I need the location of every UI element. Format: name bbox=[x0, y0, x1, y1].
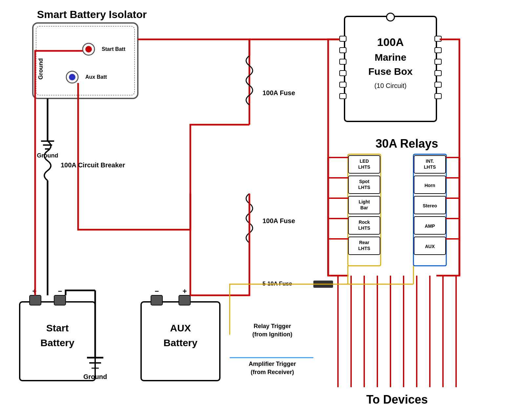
fuse-box-title-marine: Marine bbox=[375, 52, 407, 63]
relay-stereo: Stereo bbox=[423, 203, 437, 208]
svg-rect-18 bbox=[340, 71, 346, 76]
svg-rect-41 bbox=[54, 295, 66, 305]
start-battery-label1: Start bbox=[46, 323, 69, 333]
svg-rect-17 bbox=[340, 59, 346, 64]
relay-rock-lhts: Rock bbox=[359, 220, 370, 225]
start-batt-label: Start Batt bbox=[102, 46, 126, 52]
amp-trigger-label1: Amplifier Trigger bbox=[249, 361, 296, 367]
relay-light-bar: Light bbox=[359, 199, 370, 204]
svg-rect-40 bbox=[30, 295, 41, 305]
aux-batt-label: Aux Batt bbox=[85, 74, 107, 80]
ground-label-center: Ground bbox=[83, 373, 107, 380]
relay-rear-lhts2: LHTS bbox=[358, 246, 370, 251]
isolator-ground-label: Ground bbox=[37, 58, 44, 80]
page-title: Smart Battery Isolator bbox=[37, 9, 147, 20]
relay-amp: AMP bbox=[425, 223, 435, 229]
relay-spot-lhts: Spot bbox=[359, 179, 369, 184]
start-battery-label2: Battery bbox=[40, 337, 74, 348]
relay-horn: Horn bbox=[425, 183, 435, 188]
aux-battery-label2: Battery bbox=[163, 337, 198, 348]
svg-rect-15 bbox=[340, 36, 346, 41]
relay-trigger-label1: Relay Trigger bbox=[254, 323, 291, 329]
relay-led-lhts: LED bbox=[360, 158, 369, 164]
svg-rect-2 bbox=[36, 26, 135, 95]
svg-rect-20 bbox=[340, 94, 346, 99]
aux-battery-plus: + bbox=[183, 287, 187, 295]
aux-battery-label1: AUX bbox=[170, 323, 191, 333]
svg-rect-48 bbox=[179, 295, 190, 305]
relays-title: 30A Relays bbox=[376, 137, 438, 150]
svg-rect-24 bbox=[435, 71, 441, 76]
svg-point-14 bbox=[387, 13, 394, 21]
svg-rect-19 bbox=[340, 82, 346, 87]
svg-rect-26 bbox=[435, 94, 441, 99]
svg-rect-47 bbox=[151, 295, 162, 305]
relay-aux: AUX bbox=[425, 244, 435, 249]
relay-light-bar2: Bar bbox=[360, 205, 368, 210]
svg-rect-23 bbox=[435, 59, 441, 64]
amp-trigger-label2: (from Receiver) bbox=[251, 369, 294, 375]
fuse-box-title-fusebox: Fuse Box bbox=[368, 66, 412, 77]
svg-rect-16 bbox=[340, 48, 346, 53]
relay-int-lhts: INT. bbox=[426, 158, 434, 164]
svg-rect-22 bbox=[435, 48, 441, 53]
relay-spot-lhts2: LHTS bbox=[358, 185, 370, 190]
to-devices-label: To Devices bbox=[366, 393, 428, 406]
fuse-box-subtitle: (10 Circuit) bbox=[374, 82, 407, 89]
aux-battery-minus: − bbox=[155, 287, 159, 295]
svg-rect-25 bbox=[435, 82, 441, 87]
ground-symbol-label: Ground bbox=[37, 152, 58, 159]
circuit-breaker-label: 100A Circuit Breaker bbox=[61, 161, 125, 169]
relay-rear-lhts: Rear bbox=[359, 240, 369, 245]
relay-rock-lhts2: LHTS bbox=[358, 225, 370, 231]
fuse1-label: 100A Fuse bbox=[262, 89, 295, 96]
start-battery-minus: − bbox=[58, 287, 62, 295]
relay-led-lhts2: LHTS bbox=[358, 164, 370, 170]
relay-int-lhts2: LHTS bbox=[424, 164, 436, 170]
fuse-box-title-100a: 100A bbox=[377, 36, 404, 48]
svg-point-8 bbox=[71, 75, 74, 79]
relay-trigger-label2: (from Ignition) bbox=[252, 331, 292, 338]
fuse2-label: 100A Fuse bbox=[262, 217, 295, 224]
svg-point-5 bbox=[87, 48, 90, 51]
